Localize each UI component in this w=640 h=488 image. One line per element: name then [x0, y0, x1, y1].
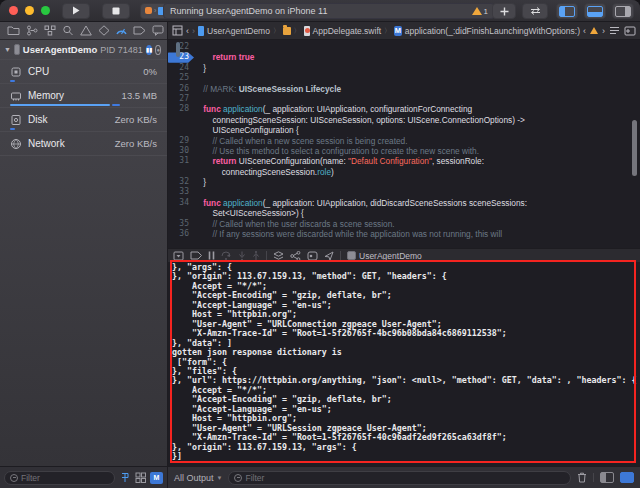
hide-debug-area-icon[interactable] — [173, 251, 184, 261]
editor-scrollbar[interactable] — [632, 120, 637, 176]
view-hierarchy-icon[interactable] — [273, 251, 284, 261]
related-items-icon[interactable] — [172, 25, 183, 36]
toggle-debug-area-button[interactable] — [584, 3, 606, 19]
step-out-icon[interactable] — [252, 251, 260, 261]
adjust-editor-options-icon[interactable] — [609, 26, 620, 35]
activity-viewer[interactable]: Running UserAgentDemo on iPhone 11 1 — [163, 3, 495, 19]
console-filter-field[interactable]: Filter — [228, 471, 571, 485]
grid-filter-icon[interactable] — [134, 472, 147, 484]
breadcrumb-project[interactable]: UserAgentDemo — [207, 26, 270, 36]
line-number[interactable]: 31 — [168, 156, 194, 166]
code-line[interactable]: 36 // If any sessions were discarded whi… — [168, 229, 640, 239]
code-line[interactable]: Set<UISceneSession>) { — [168, 208, 640, 218]
line-number[interactable]: 24 — [168, 63, 194, 73]
code-line[interactable]: 26 // MARK: UISceneSession Lifecycle — [168, 84, 640, 94]
stop-button[interactable] — [102, 3, 130, 19]
environment-overrides-icon[interactable] — [307, 251, 318, 261]
line-number[interactable]: 26 — [168, 84, 194, 94]
debug-navigator-icon[interactable] — [114, 24, 129, 38]
project-navigator-icon[interactable] — [6, 24, 21, 38]
code-line[interactable]: 35 // Called when the user discards a sc… — [168, 219, 640, 229]
line-number[interactable]: 29 — [168, 136, 194, 146]
flag-filter-icon[interactable] — [118, 472, 131, 484]
line-number[interactable]: 32 — [168, 177, 194, 187]
line-number[interactable]: 22 — [168, 42, 194, 52]
clear-console-icon[interactable] — [577, 472, 587, 483]
line-number[interactable]: 36 — [168, 229, 194, 239]
gauge-row-cpu[interactable]: CPU 0% — [0, 59, 167, 83]
add-editor-icon[interactable] — [624, 26, 636, 36]
memory-filter-icon[interactable]: M — [150, 472, 163, 484]
code-line[interactable]: UISceneConfiguration { — [168, 125, 640, 135]
next-issue-button[interactable]: › — [602, 26, 605, 36]
code-line[interactable]: connectingSceneSession.role) — [168, 167, 640, 177]
gauge-row-network[interactable]: Network Zero KB/s — [0, 131, 167, 155]
breakpoint-marker[interactable]: 23 — [168, 52, 194, 62]
code-line[interactable]: 25 — [168, 73, 640, 83]
line-number[interactable]: 33 — [168, 187, 194, 197]
go-back-button[interactable]: ‹ — [186, 26, 189, 36]
line-number[interactable]: 28 — [168, 104, 194, 114]
step-over-icon[interactable] — [221, 251, 232, 260]
disclosure-triangle-icon[interactable]: ▼ — [4, 46, 11, 53]
zoom-window-button[interactable] — [41, 6, 50, 15]
code-line[interactable]: 33 — [168, 187, 640, 197]
code-line[interactable]: 34 func application(_ application: UIApp… — [168, 198, 640, 208]
process-row[interactable]: ▼ UserAgentDemo PID 71481 ▮▮ ● — [0, 40, 167, 59]
step-into-icon[interactable] — [238, 251, 246, 261]
toggle-variables-view-icon[interactable] — [600, 472, 614, 483]
code-line[interactable]: 27 — [168, 94, 640, 104]
breadcrumb-file[interactable]: AppDelegate.swift — [313, 26, 382, 36]
source-editor[interactable]: 2223 return true24 }2526 // MARK: UIScen… — [168, 40, 640, 248]
go-forward-button[interactable]: › — [192, 26, 195, 36]
breakpoints-toggle-icon[interactable] — [190, 251, 202, 260]
code-line[interactable]: 29 // Called when a new scene session is… — [168, 136, 640, 146]
line-number[interactable]: 27 — [168, 94, 194, 104]
simulate-location-icon[interactable] — [324, 251, 334, 261]
code-line[interactable]: connectingSceneSession: UISceneSession, … — [168, 115, 640, 125]
run-button[interactable] — [62, 3, 90, 19]
line-number[interactable]: 25 — [168, 73, 194, 83]
code-line[interactable]: 24 } — [168, 63, 640, 73]
library-button[interactable] — [492, 3, 516, 19]
toggle-inspector-button[interactable] — [612, 3, 634, 19]
group-folder-icon[interactable] — [283, 27, 291, 35]
process-options-icon[interactable]: ● — [155, 45, 161, 55]
close-window-button[interactable] — [9, 6, 18, 15]
symbol-navigator-icon[interactable] — [42, 24, 57, 38]
source-control-navigator-icon[interactable] — [24, 24, 39, 38]
test-navigator-icon[interactable] — [96, 24, 111, 38]
issue-navigator-icon[interactable] — [78, 24, 93, 38]
gauge-row-disk[interactable]: Disk Zero KB/s — [0, 107, 167, 131]
debug-console[interactable]: }, "args": {}, "origin": 113.67.159.13, … — [168, 262, 640, 466]
code-line[interactable]: 22 — [168, 42, 640, 52]
code-line[interactable]: 31 return UISceneConfiguration(name: "De… — [168, 156, 640, 166]
toggle-navigator-button[interactable] — [556, 3, 578, 19]
report-navigator-icon[interactable] — [150, 24, 165, 38]
find-navigator-icon[interactable] — [60, 24, 75, 38]
code-line[interactable]: 32 } — [168, 177, 640, 187]
memory-graph-icon[interactable] — [290, 251, 301, 261]
code-line[interactable]: 30 // Use this method to select a config… — [168, 146, 640, 156]
debug-process-chip[interactable]: UserAgentDemo — [347, 251, 422, 261]
line-number[interactable] — [168, 115, 194, 125]
line-number[interactable]: 35 — [168, 219, 194, 229]
previous-issue-button[interactable]: ‹ — [583, 26, 586, 36]
line-number[interactable]: 34 — [168, 198, 194, 208]
pause-process-icon[interactable]: ▮▮ — [146, 45, 153, 55]
breakpoint-navigator-icon[interactable] — [132, 24, 147, 38]
code-line[interactable]: 28 func application(_ application: UIApp… — [168, 104, 640, 114]
pause-execution-icon[interactable] — [208, 251, 215, 260]
breadcrumb-symbol[interactable]: application(_:didFinishLaunchingWithOpti… — [405, 26, 580, 36]
toggle-console-view-icon[interactable] — [620, 472, 634, 483]
warning-badge[interactable]: 1 — [472, 7, 488, 16]
line-number[interactable]: 30 — [168, 146, 194, 156]
gauge-row-memory[interactable]: Memory 13.5 MB — [0, 83, 167, 107]
minimize-window-button[interactable] — [25, 6, 34, 15]
line-number[interactable] — [168, 125, 194, 135]
navigator-filter-field[interactable]: Filter — [4, 471, 115, 485]
line-number[interactable] — [168, 208, 194, 218]
line-number[interactable] — [168, 167, 194, 177]
editor-arrows-button[interactable] — [522, 3, 548, 19]
console-scope-selector[interactable]: All Output ▼ — [174, 473, 222, 483]
